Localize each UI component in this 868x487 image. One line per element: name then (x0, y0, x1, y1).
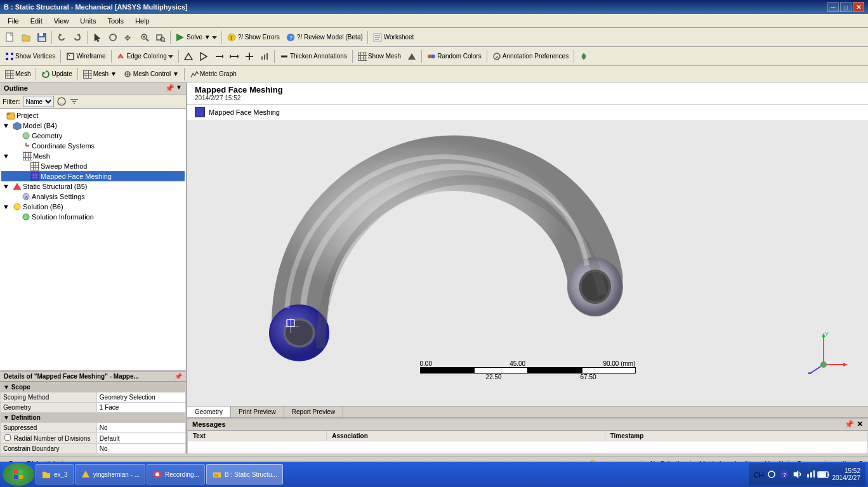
tb-worksheet[interactable]: Worksheet (370, 30, 417, 45)
menu-view[interactable]: View (49, 16, 74, 26)
chart-icon (260, 52, 269, 61)
filter-select[interactable]: Name (23, 96, 54, 107)
radial-divisions-value[interactable]: Default (96, 433, 185, 444)
maximize-button[interactable]: □ (840, 2, 852, 12)
tab-geometry[interactable]: Geometry (187, 406, 231, 417)
radial-divisions-checkbox[interactable] (4, 434, 11, 441)
scope-collapse[interactable]: ▼ (3, 384, 10, 391)
tree-project[interactable]: Project (1, 110, 185, 120)
details-pin[interactable]: 📌 (174, 373, 182, 380)
annotation-prefs-button[interactable]: A Annotation Preferences (490, 49, 572, 64)
pipe-3d-svg (225, 126, 657, 367)
tb-zoom[interactable] (137, 30, 152, 45)
edge-coloring-icon (117, 52, 126, 61)
tb-show-errors[interactable]: ! ?/ Show Errors (224, 30, 282, 45)
tab-report-preview[interactable]: Report Preview (284, 406, 343, 417)
tb-save[interactable] (34, 30, 49, 45)
tb-pan[interactable]: ✥ (121, 30, 136, 45)
tb-select[interactable] (89, 30, 105, 45)
worksheet-icon (372, 32, 383, 42)
update-button[interactable]: Update (39, 67, 74, 82)
mechanical-icon: M (212, 469, 222, 479)
viewport3d[interactable]: 0.00 45.00 90.00 (mm) 22.50 67.50 (187, 120, 868, 406)
suppressed-value[interactable]: No (96, 423, 185, 433)
svg-line-8 (146, 39, 148, 41)
svg-marker-33 (201, 53, 207, 60)
menu-file[interactable]: File (3, 16, 24, 26)
tb-mesh-extra[interactable] (405, 49, 419, 64)
metric-graph-button[interactable]: Metric Graph (187, 67, 239, 82)
messages-header: Messages 📌 ✕ (187, 419, 868, 431)
tb-extra[interactable] (577, 49, 591, 64)
mesh-dropdown-button[interactable]: Mesh ▼ (81, 67, 119, 82)
close-button[interactable]: ✕ (853, 2, 864, 12)
taskbar-recording[interactable]: Recording... (147, 464, 205, 484)
menu-help[interactable]: Help (130, 16, 155, 26)
tb-arrow4[interactable] (227, 49, 241, 64)
tree-analysis-settings[interactable]: A Analysis Settings (1, 192, 185, 202)
new-icon (5, 32, 15, 42)
messages-panel: Messages 📌 ✕ Text Association Timestamp (187, 417, 868, 454)
tb-review-model[interactable]: ? ?/ Review Model (Beta) (283, 30, 365, 45)
system-tray: CH ? 15:52 2014/2/27 (749, 463, 866, 486)
wireframe-button[interactable]: Wireframe (63, 49, 108, 64)
tree-mesh[interactable]: ▼ Mesh (1, 151, 185, 161)
minimize-button[interactable]: ─ (827, 2, 839, 12)
tree-solution-label: Solution (B6) (23, 203, 63, 211)
constrain-boundary-value[interactable]: No (96, 444, 185, 454)
tb-arrow2[interactable] (197, 49, 211, 64)
tree-sweep[interactable]: Sweep Method (1, 161, 185, 171)
taskbar-yingshemian[interactable]: yingshemian - ... (75, 464, 145, 484)
tree-mapped-face[interactable]: Mapped Face Meshing (1, 171, 185, 181)
tree-coord[interactable]: Coordinate Systems (1, 141, 185, 151)
tb-arrow1[interactable] (181, 49, 195, 64)
tb-cross[interactable] (242, 49, 256, 64)
show-vertices-button[interactable]: Show Vertices (3, 49, 58, 64)
tb-zoom-ext[interactable] (153, 30, 168, 45)
scoping-method-value[interactable]: Geometry Selection (96, 393, 185, 403)
svg-text:...: ... (60, 100, 64, 105)
messages-pin[interactable]: 📌 (845, 420, 854, 429)
tray-date: 2014/2/27 (832, 474, 861, 481)
zoom-icon (140, 32, 150, 42)
mesh-control-button[interactable]: Mesh Control ▼ (121, 67, 181, 82)
tb-arrow3[interactable] (212, 49, 226, 64)
taskbar-mechanical[interactable]: M B : Static Structu... (206, 464, 283, 484)
sweep-icon (30, 162, 39, 171)
tree-solution[interactable]: ▼ Solution (B6) (1, 202, 185, 212)
start-button[interactable] (3, 463, 34, 486)
tb-undo[interactable] (54, 30, 69, 45)
menu-units[interactable]: Units (75, 16, 101, 26)
messages-close[interactable]: ✕ (857, 420, 863, 429)
menu-tools[interactable]: Tools (102, 16, 129, 26)
title-bar: B : Static Structural - Mechanical [ANSY… (0, 0, 868, 14)
filter-icon2[interactable] (69, 96, 79, 107)
filter-icon1[interactable]: ... (56, 96, 67, 107)
svg-marker-38 (237, 55, 239, 58)
tab-print-preview[interactable]: Print Preview (231, 406, 284, 417)
tree-geometry[interactable]: Geometry (1, 131, 185, 141)
mesh-tree-icon (23, 152, 32, 160)
outline-pin[interactable]: 📌 (165, 84, 174, 93)
geometry-value[interactable]: 1 Face (96, 403, 185, 413)
show-mesh-button[interactable]: Show Mesh (355, 49, 404, 64)
tree-solution-info[interactable]: i Solution Information (1, 212, 185, 222)
tb-new[interactable] (3, 30, 18, 45)
random-colors-button[interactable]: Random Colors (424, 49, 483, 64)
mesh-button[interactable]: Mesh (3, 67, 33, 82)
tree-static-structural[interactable]: ▼ Static Structural (B5) (1, 181, 185, 192)
taskbar-ex3[interactable]: ex_3 (36, 464, 74, 484)
viewport-date: 2014/2/27 15:52 (195, 94, 860, 101)
menu-edit[interactable]: Edit (25, 16, 48, 26)
definition-collapse[interactable]: ▼ (3, 414, 10, 421)
outline-collapse[interactable]: ▼ (176, 84, 182, 93)
scale-45: 45.00 (510, 360, 525, 367)
tree-model[interactable]: ▼ Model (B4) (1, 120, 185, 131)
edge-coloring-button[interactable]: Edge Coloring (114, 49, 176, 64)
tb-solve[interactable]: Solve ▼ (173, 30, 220, 45)
tb-chart[interactable] (258, 49, 272, 64)
tb-rotate[interactable] (105, 30, 121, 45)
tb-open[interactable] (18, 30, 34, 45)
thicken-annotations-button[interactable]: Thicken Annotations (277, 49, 350, 64)
tb-redo[interactable] (70, 30, 85, 45)
